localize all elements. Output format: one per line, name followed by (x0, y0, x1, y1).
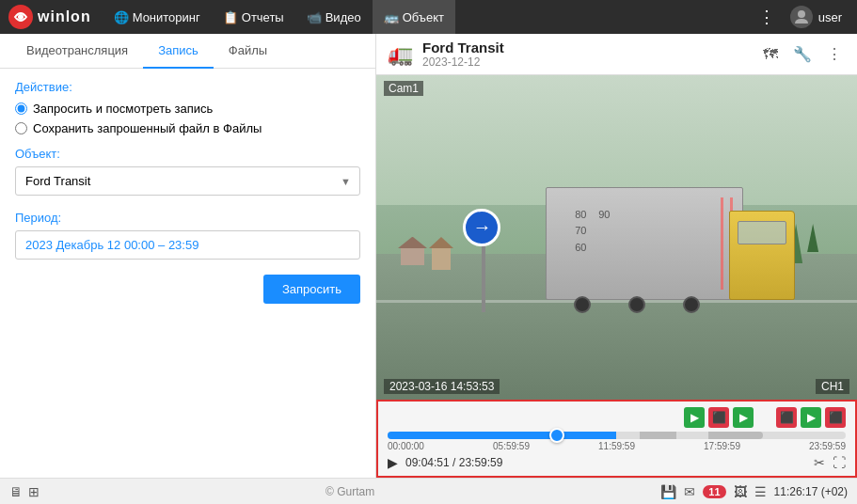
tl-icon-2[interactable]: ⬛ (708, 407, 729, 428)
video-area: Cam1 → (376, 75, 857, 400)
timeline-area: ▶ ⬛ ▶ ⬛ ▶ ⬛ 00:00 (376, 400, 857, 478)
track-background (388, 432, 846, 439)
nav-item-reports[interactable]: 📋 Отчеты (212, 0, 295, 34)
trailer-numbers2: 90 (598, 207, 610, 224)
settings-icon[interactable]: 🔧 (789, 43, 816, 65)
bus-icon: 🚌 (384, 10, 399, 24)
wheel-3 (683, 296, 700, 313)
radio-group: Запросить и посмотреть запись Сохранить … (15, 102, 360, 135)
user-name: user (818, 10, 842, 24)
wheel-2 (628, 296, 645, 313)
tl-icon-6[interactable]: ⬛ (825, 407, 846, 428)
wheels (574, 296, 700, 313)
playback-actions: ✂ ⛶ (814, 455, 846, 470)
radio-option-2[interactable]: Сохранить запрошенный файл в Файлы (15, 121, 360, 135)
map-icon[interactable]: 🗺 (759, 44, 782, 65)
nav-label-video: Видео (325, 10, 361, 24)
radio-label-2: Сохранить запрошенный файл в Файлы (33, 121, 262, 135)
camera-icon[interactable]: 💾 (660, 484, 676, 499)
time-label-3: 17:59:59 (704, 441, 740, 451)
trailer: 807060 90 (546, 187, 743, 300)
svg-point-1 (18, 14, 24, 20)
wheel-1 (574, 296, 591, 313)
timeline-track[interactable] (388, 432, 846, 439)
houses (401, 246, 451, 270)
play-button[interactable]: ▶ (388, 455, 398, 470)
mail-icon[interactable]: ✉ (684, 484, 695, 499)
top-nav: winlon 🌐 Мониторинг 📋 Отчеты 📹 Видео 🚌 О… (0, 0, 857, 34)
tl-icon-5[interactable]: ▶ (801, 407, 821, 428)
period-input[interactable] (15, 230, 360, 260)
time-label-0: 00:00:00 (388, 441, 424, 451)
more-icon[interactable]: ⋮ (823, 43, 846, 65)
logo-area[interactable]: winlon (8, 4, 91, 30)
direction-sign: → (463, 209, 500, 246)
playback-time: 09:04:51 / 23:59:59 (405, 456, 806, 469)
left-panel: Видеотрансляция Запись Файлы Действие: З… (0, 34, 376, 478)
nav-item-monitoring[interactable]: 🌐 Мониторинг (103, 0, 212, 34)
copyright: © Gurtam (325, 485, 374, 498)
tl-icon-4[interactable]: ⬛ (776, 407, 797, 428)
action-label: Действие: (15, 80, 360, 94)
object-select[interactable]: Ford Transit (15, 166, 360, 196)
time-labels: 00:00:00 05:59:59 11:59:59 17:59:59 23:5… (388, 441, 846, 451)
avatar-icon (793, 8, 810, 25)
tab-broadcast[interactable]: Видеотрансляция (11, 34, 143, 69)
tl-icon-3[interactable]: ▶ (733, 407, 754, 428)
tab-files[interactable]: Файлы (214, 34, 282, 69)
object-select-wrapper: Ford Transit ▼ (15, 166, 360, 196)
time-label-4: 23:59:59 (809, 441, 846, 451)
request-button[interactable]: Запросить (263, 275, 360, 304)
object-label: Объект: (15, 147, 360, 161)
right-panel: 🚛 Ford Transit 2023-12-12 🗺 🔧 ⋮ Cam1 → (376, 34, 857, 478)
image-icon[interactable]: 🖼 (734, 484, 747, 499)
track-segment-gray-2 (708, 432, 763, 439)
truck-scene: → 807060 90 (376, 75, 857, 400)
nav-more-button[interactable]: ⋮ (751, 7, 783, 27)
tab-record[interactable]: Запись (143, 34, 214, 69)
sign-pole (482, 237, 485, 312)
cam-label: Cam1 (384, 81, 423, 96)
video-timestamp: 2023-03-16 14:53:53 (384, 379, 500, 394)
roof-1 (398, 237, 427, 248)
time-label-2: 11:59:59 (598, 441, 635, 451)
radio-option-1[interactable]: Запросить и посмотреть запись (15, 102, 360, 116)
cab-window (738, 221, 786, 244)
tl-spacer (757, 407, 772, 428)
radio-input-1[interactable] (15, 102, 27, 115)
reports-icon: 📋 (223, 10, 238, 24)
main-content: Видеотрансляция Запись Файлы Действие: З… (0, 34, 857, 478)
grid-icon[interactable]: ⊞ (28, 484, 40, 499)
form-area: Действие: Запросить и посмотреть запись … (0, 69, 375, 478)
track-thumb[interactable] (549, 428, 564, 443)
vehicle-name: Ford Transit (422, 39, 750, 55)
video-actions: 🗺 🔧 ⋮ (759, 43, 846, 65)
nav-item-video[interactable]: 📹 Видео (295, 0, 373, 34)
user-avatar (790, 6, 813, 28)
roof-2 (429, 237, 453, 248)
scissors-icon[interactable]: ✂ (814, 455, 825, 470)
globe-icon: 🌐 (114, 10, 129, 24)
truck-container: 807060 90 (546, 178, 818, 319)
notification-badge[interactable]: 11 (703, 485, 725, 498)
truck-cab (729, 211, 795, 300)
video-icon: 📹 (307, 10, 322, 24)
trailer-numbers: 807060 (575, 207, 586, 257)
nav-label-monitoring: Мониторинг (133, 10, 200, 24)
vehicle-icon: 🚛 (388, 42, 413, 67)
nav-user-area[interactable]: user (783, 6, 849, 28)
tl-icon-1[interactable]: ▶ (684, 407, 705, 428)
nav-item-object[interactable]: 🚌 Объект (373, 0, 455, 34)
logo-icon (8, 4, 34, 30)
vehicle-info: Ford Transit 2023-12-12 (422, 39, 750, 69)
tabs: Видеотрансляция Запись Файлы (0, 34, 375, 69)
period-label: Период: (15, 211, 360, 225)
monitor-icon[interactable]: 🖥 (9, 484, 23, 499)
radio-input-2[interactable] (15, 122, 27, 134)
track-segment-gray-1 (640, 432, 676, 439)
fullscreen-icon[interactable]: ⛶ (833, 455, 846, 470)
list-icon[interactable]: ☰ (754, 484, 767, 499)
radio-label-1: Запросить и посмотреть запись (33, 102, 213, 116)
vehicle-date: 2023-12-12 (422, 55, 750, 69)
status-right: 💾 ✉ 11 🖼 ☰ 11:26:17 (+02) (660, 484, 848, 499)
